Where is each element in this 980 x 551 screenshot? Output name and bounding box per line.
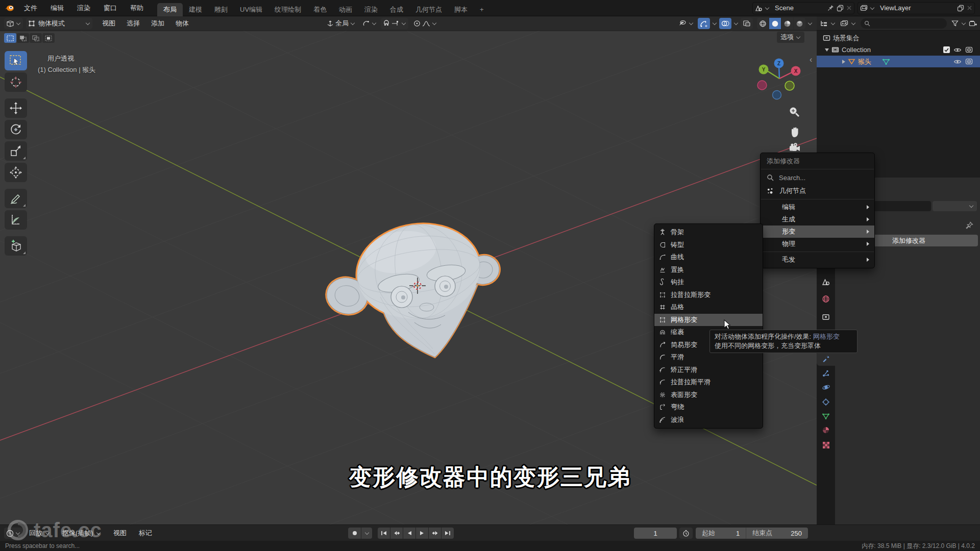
chevron-down-icon[interactable] (851, 20, 855, 24)
menu-item-deform[interactable]: 形变 (761, 226, 874, 238)
submenu-item-laplacian-smooth[interactable]: 拉普拉斯平滑 (654, 376, 763, 389)
xray-toggle[interactable] (741, 18, 753, 29)
display-mode-icon[interactable] (840, 20, 848, 27)
camera-view-icon[interactable] (788, 143, 801, 153)
workspace-tab-rendering[interactable]: 渲染 (358, 3, 384, 16)
add-workspace-button[interactable]: + (474, 3, 490, 16)
workspace-tab-geonodes[interactable]: 几何节点 (409, 3, 448, 16)
pin-icon[interactable] (966, 221, 973, 229)
menu-render[interactable]: 渲染 (70, 0, 97, 16)
chevron-down-icon[interactable] (765, 5, 769, 9)
frame-end-field[interactable]: 结束点 250 (746, 529, 808, 538)
tab-world-properties[interactable] (817, 292, 835, 306)
tool-rotate[interactable] (5, 120, 27, 139)
close-icon[interactable] (967, 5, 972, 11)
submenu-item-curve[interactable]: 曲线 (654, 251, 763, 264)
workspace-tab-modeling[interactable]: 建模 (183, 3, 208, 16)
overlays-toggle[interactable] (719, 18, 731, 29)
chevron-down-icon[interactable] (713, 21, 717, 25)
submenu-item-surface-deform[interactable]: 表面形变 (654, 389, 763, 402)
workspace-tab-uv[interactable]: UV编辑 (234, 3, 268, 16)
timeline-menu-view[interactable]: 视图 (108, 529, 132, 538)
tab-material-properties[interactable] (817, 423, 835, 437)
tool-transform[interactable] (5, 163, 27, 182)
eye-icon[interactable] (953, 59, 962, 65)
submenu-item-displace[interactable]: 置换 (654, 264, 763, 277)
menu-item-geometry-nodes[interactable]: 几何节点 (761, 184, 874, 197)
chevron-down-icon[interactable] (831, 20, 835, 24)
chevron-down-icon[interactable] (962, 20, 966, 24)
shading-wireframe-button[interactable] (757, 18, 769, 29)
submenu-item-cast[interactable]: 铸型 (654, 239, 763, 252)
jump-to-end-button[interactable] (442, 528, 454, 539)
workspace-tab-animation[interactable]: 动画 (333, 3, 358, 16)
eye-icon[interactable] (953, 47, 962, 53)
chevron-down-icon[interactable] (734, 21, 738, 25)
workspace-tab-layout[interactable]: 布局 (157, 3, 183, 16)
menu-item-generate[interactable]: 生成 (761, 213, 874, 226)
tab-modifier-properties[interactable] (817, 352, 835, 366)
tab-scene-properties[interactable] (817, 274, 835, 289)
view-layer-icon[interactable] (860, 5, 868, 12)
submenu-item-corrective-smooth[interactable]: 矫正平滑 (654, 364, 763, 377)
tool-move[interactable] (5, 98, 27, 118)
transform-orientation-dropdown[interactable]: 全局 (325, 18, 357, 29)
outliner-row-collection[interactable]: Collection (817, 44, 980, 56)
zoom-icon[interactable] (788, 106, 800, 118)
mode-dropdown[interactable]: 物体模式 (26, 18, 92, 29)
play-button[interactable] (416, 528, 428, 539)
scene-name[interactable]: Scene (775, 4, 794, 12)
filter-icon[interactable] (951, 20, 959, 27)
submenu-item-warp[interactable]: 弯绕 (654, 401, 763, 414)
submenu-item-laplacian-deform[interactable]: 拉普拉斯形变 (654, 289, 763, 302)
workspace-tab-sculpting[interactable]: 雕刻 (208, 3, 234, 16)
outliner-search-field[interactable] (861, 18, 947, 29)
gizmos-toggle[interactable] (698, 18, 710, 29)
select-mode-new[interactable] (4, 33, 16, 43)
proportional-editing-button[interactable] (411, 18, 439, 29)
selectable-checkbox[interactable] (943, 46, 950, 53)
menu-search-item[interactable]: Search... (761, 171, 874, 184)
tab-physics-properties[interactable] (817, 380, 835, 394)
navigation-gizmo[interactable]: Z Y X (756, 58, 805, 104)
camera-render-icon[interactable] (965, 46, 973, 53)
duplicate-icon[interactable] (837, 5, 844, 12)
play-reverse-button[interactable] (403, 528, 415, 539)
tab-object-properties[interactable] (817, 310, 835, 324)
camera-render-icon[interactable] (965, 58, 973, 65)
tool-cursor[interactable] (5, 72, 27, 92)
menu-window[interactable]: 窗口 (97, 0, 124, 16)
workspace-tab-shading[interactable]: 着色 (307, 3, 333, 16)
frame-start-field[interactable]: 起始 1 (696, 529, 746, 538)
submenu-item-armature[interactable]: 骨架 (654, 226, 763, 239)
menu-item-physics[interactable]: 物理 (761, 238, 874, 250)
menu-edit[interactable]: 编辑 (44, 0, 70, 16)
submenu-item-lattice[interactable]: 晶格 (654, 301, 763, 314)
next-keyframe-button[interactable] (429, 528, 441, 539)
prev-keyframe-button[interactable] (390, 528, 403, 539)
keying-dropdown[interactable] (361, 528, 372, 539)
properties-filter-dropdown[interactable] (933, 201, 977, 211)
shading-material-button[interactable] (781, 18, 793, 29)
use-preview-range-button[interactable] (679, 528, 693, 539)
workspace-tab-compositing[interactable]: 合成 (384, 3, 409, 16)
shading-solid-button[interactable] (769, 18, 781, 29)
snap-target-dropdown[interactable] (360, 18, 379, 29)
menu-item-edit[interactable]: 编辑 (761, 201, 874, 213)
menu-file[interactable]: 文件 (17, 0, 44, 16)
new-collection-icon[interactable] (969, 20, 977, 27)
viewport-menu-select[interactable]: 选择 (121, 19, 145, 28)
region-collapse-arrow[interactable]: ‹ (810, 55, 812, 64)
chevron-down-icon[interactable] (808, 21, 812, 25)
outliner-row-monkey[interactable]: 猴头 (817, 56, 980, 67)
current-frame-field[interactable]: 1 (634, 528, 677, 539)
viewport-options-dropdown[interactable]: 选项 (777, 32, 804, 43)
select-mode-subtract[interactable] (30, 33, 42, 43)
tool-add-primitive[interactable] (5, 236, 27, 256)
tab-constraint-properties[interactable] (817, 395, 835, 409)
close-icon[interactable] (846, 5, 852, 11)
viewport-menu-object[interactable]: 物体 (170, 19, 194, 28)
workspace-tab-texpaint[interactable]: 纹理绘制 (268, 3, 307, 16)
select-mode-intersect[interactable] (42, 33, 55, 43)
viewport-menu-add[interactable]: 添加 (145, 19, 170, 28)
